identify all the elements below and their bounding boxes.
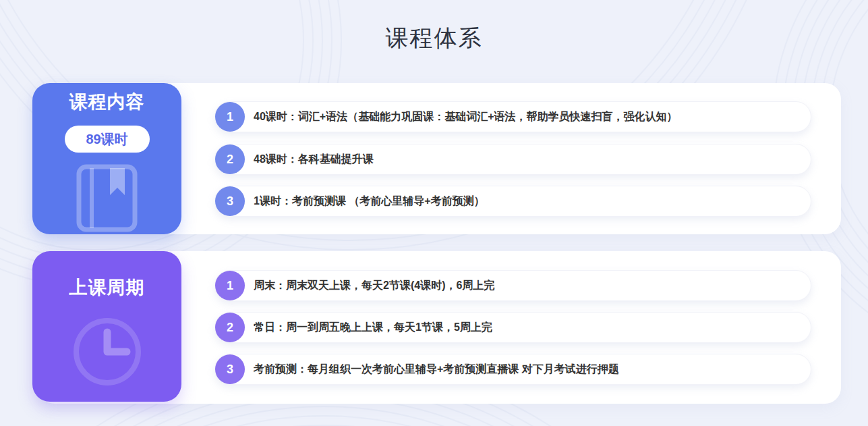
item-number-badge: 3 [215,354,245,384]
book-icon [75,163,139,234]
item-text: 考前预测：每月组织一次考前心里辅导+考前预测直播课 对下月考试进行押题 [254,363,619,377]
course-item-row: 2 48课时：各科基础提升课 [214,144,811,175]
item-number-badge: 2 [215,313,245,342]
total-hours-badge: 89课时 [65,126,150,153]
item-text: 40课时：词汇+语法（基础能力巩固课：基础词汇+语法，帮助学员快速扫盲，强化认知… [254,110,677,124]
schedule-item-row: 2 常日：周一到周五晚上上课，每天1节课，5周上完 [214,312,811,343]
item-number-badge: 1 [215,271,245,300]
item-text: 48课时：各科基础提升课 [254,153,374,167]
item-text: 1课时：考前预测课 （考前心里辅导+考前预测） [254,194,485,209]
schedule-card-title: 上课周期 [69,275,145,300]
schedule-item-row: 1 周末：周末双天上课，每天2节课(4课时)，6周上完 [214,270,811,301]
schedule-item-row: 3 考前预测：每月组织一次考前心里辅导+考前预测直播课 对下月考试进行押题 [214,354,811,385]
course-content-card: 课程内容 89课时 [32,83,181,234]
item-number-badge: 2 [215,144,245,174]
clock-icon [70,315,144,389]
course-card-title: 课程内容 [69,90,145,114]
class-schedule-card: 上课周期 [32,251,181,402]
item-number-badge: 1 [215,102,245,132]
item-number-badge: 3 [215,186,245,216]
item-text: 常日：周一到周五晚上上课，每天1节课，5周上完 [254,321,492,335]
item-text: 周末：周末双天上课，每天2节课(4课时)，6周上完 [254,279,494,293]
course-item-row: 1 40课时：词汇+语法（基础能力巩固课：基础词汇+语法，帮助学员快速扫盲，强化… [214,101,811,132]
course-item-row: 3 1课时：考前预测课 （考前心里辅导+考前预测） [214,186,811,217]
page-title: 课程体系 [0,23,868,54]
